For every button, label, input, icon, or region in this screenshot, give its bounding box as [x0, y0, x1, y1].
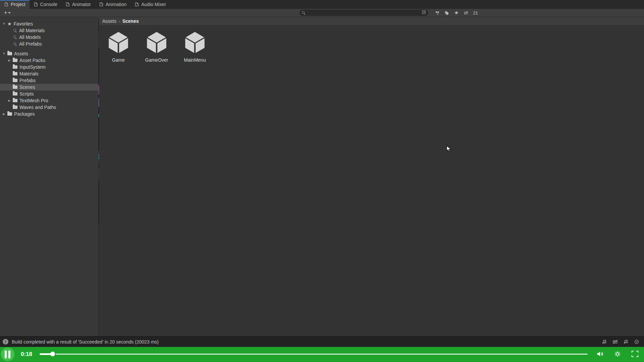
tab-icon [65, 2, 70, 7]
search-by-label-icon[interactable] [444, 10, 449, 15]
unity-scene-icon [145, 31, 169, 55]
tasks-complete-icon[interactable] [634, 339, 639, 345]
status-message-icon: ! [3, 339, 8, 345]
project-search-input[interactable] [307, 10, 420, 15]
player-progress-track[interactable] [56, 354, 588, 355]
status-message[interactable]: Build completed with a result of 'Succee… [12, 339, 159, 345]
player-time: 0:18 [21, 351, 32, 358]
folder-icon [13, 79, 17, 82]
tab-icon [4, 2, 9, 7]
folder-icon [13, 65, 17, 69]
player-progress-handle[interactable] [50, 352, 55, 356]
hidden-count-icon[interactable] [464, 10, 469, 15]
settings-gear-icon[interactable] [613, 350, 622, 358]
folder-icon [7, 112, 12, 116]
favorite-item[interactable]: All Models [0, 34, 98, 41]
folder-icon [13, 106, 17, 109]
search-icon [302, 11, 305, 14]
folder-icon [13, 85, 17, 89]
folder-icon [7, 52, 12, 55]
packages-root[interactable]: ▶ Packages [0, 111, 98, 117]
scene-file[interactable]: Game [104, 31, 133, 63]
folder-row[interactable]: ▶ Materials [0, 70, 98, 77]
search-icon [13, 36, 17, 39]
unity-scene-icon [106, 31, 130, 55]
folder-row[interactable]: ▶ Scenes [0, 84, 98, 90]
mute-notifications-icon[interactable] [602, 339, 607, 345]
favorite-item[interactable]: All Materials [0, 27, 98, 34]
bottom-tab[interactable]: Project [0, 0, 30, 9]
file-grid: Game GameOver MainMenu [104, 31, 209, 63]
folder-row[interactable]: ▶ InputSystem [0, 64, 98, 70]
search-icon [13, 42, 17, 46]
favorites-header[interactable]: ▼ ★ Favorites [0, 20, 98, 27]
folder-row[interactable]: ▶ Scripts [0, 90, 98, 97]
folder-row[interactable]: ▶ Asset Packs [0, 57, 98, 64]
hidden-count: 21 [473, 10, 478, 15]
player-pause-icon[interactable] [5, 351, 10, 358]
video-player-bar: 0:18 [0, 347, 644, 362]
volume-icon[interactable] [596, 350, 604, 358]
breadcrumb-current: Scenes [122, 18, 139, 24]
expander-icon[interactable]: ▶ [7, 59, 11, 62]
folder-icon [13, 59, 17, 62]
file-name: Game [112, 57, 125, 63]
project-search[interactable] [300, 10, 428, 16]
favorite-item[interactable]: All Prefabs [0, 41, 98, 47]
asset-folders: ▶ Asset Packs ▶ InputSystem ▶ Materials … [0, 57, 98, 111]
search-icon [13, 29, 17, 32]
assets-root[interactable]: ▼ Assets [0, 50, 98, 57]
mute-warnings-icon[interactable] [623, 339, 629, 345]
breadcrumb-root[interactable]: Assets [102, 18, 116, 24]
breadcrumb: Assets › Scenes [99, 17, 644, 25]
project-content: Assets › Scenes Game GameOver MainMenu [99, 17, 644, 362]
tab-icon [135, 2, 139, 7]
expander-icon[interactable]: ▼ [2, 22, 6, 25]
expander-icon[interactable]: ▶ [7, 99, 11, 102]
search-by-type-icon[interactable] [435, 10, 440, 15]
project-folder-tree: ▼ ★ Favorites All Materials All Models A… [0, 17, 99, 362]
bottom-tab[interactable]: Animation [95, 0, 130, 9]
breadcrumb-separator: › [119, 19, 120, 23]
expander-icon[interactable]: ▼ [2, 52, 6, 55]
search-expand-icon[interactable] [422, 10, 426, 15]
favorites-star-icon[interactable]: ★ [454, 10, 459, 16]
favorites-list: All Materials All Models All Prefabs [0, 27, 98, 47]
mouse-cursor [446, 145, 452, 152]
file-name: GameOver [145, 57, 168, 63]
folder-icon [13, 92, 17, 96]
folder-row[interactable]: ▶ Waves and Paths [0, 104, 98, 111]
status-bar: ! Build completed with a result of 'Succ… [0, 336, 644, 347]
star-icon: ★ [7, 21, 12, 26]
project-toolbar: + ★ 21 [0, 9, 644, 17]
tab-icon [99, 2, 104, 7]
project-panel: Project Console Animator Animation Audio… [0, 0, 644, 113]
fullscreen-icon[interactable] [631, 350, 639, 358]
bottom-tab[interactable]: Animator [61, 0, 95, 9]
file-name: MainMenu [184, 57, 206, 63]
folder-icon [13, 99, 17, 102]
bottom-tab[interactable]: Audio Mixer [130, 0, 170, 9]
tab-icon [34, 2, 38, 7]
bottom-tabs: Project Console Animator Animation Audio… [0, 0, 644, 9]
create-asset-button[interactable]: + [3, 10, 12, 16]
unity-scene-icon [183, 31, 207, 55]
folder-row[interactable]: ▶ Prefabs [0, 77, 98, 84]
scene-file[interactable]: GameOver [142, 31, 171, 63]
unity-editor-window: Laser Defender - MainMenu - PC, Mac & Li… [0, 0, 644, 362]
mute-messages-icon[interactable] [612, 339, 618, 345]
expander-icon[interactable]: ▶ [2, 112, 6, 116]
bottom-tab[interactable]: Console [30, 0, 61, 9]
folder-icon [13, 72, 17, 75]
scene-file[interactable]: MainMenu [180, 31, 209, 63]
folder-row[interactable]: ▶ TextMesh Pro [0, 97, 98, 104]
